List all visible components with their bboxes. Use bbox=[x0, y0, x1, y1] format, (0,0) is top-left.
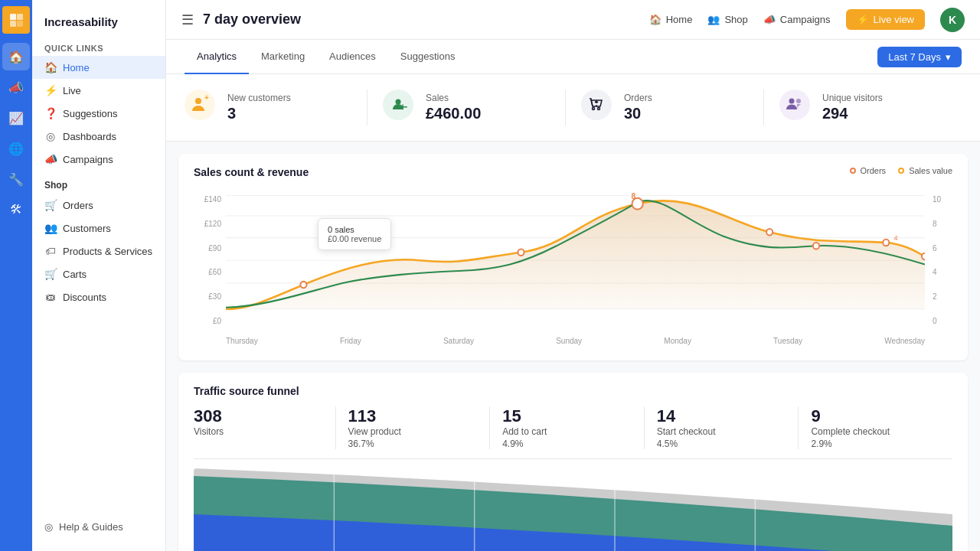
y-label-140: £140 bbox=[194, 195, 221, 204]
sales-legend-label: Sales value bbox=[909, 166, 952, 175]
y-label-60: £60 bbox=[194, 268, 221, 276]
rail-home-icon[interactable]: 🏠 bbox=[2, 43, 30, 70]
sidebar-item-live[interactable]: ⚡ Live bbox=[32, 79, 165, 102]
tab-analytics[interactable]: Analytics bbox=[185, 40, 249, 74]
orders-stat-icon bbox=[581, 90, 612, 126]
funnel-add-to-cart: 15 Add to cart 4.9% bbox=[489, 406, 644, 449]
svg-text:+: + bbox=[204, 93, 209, 102]
topbar: ☰ 7 day overview 🏠 Home 👥 Shop 📣 Campaig… bbox=[166, 0, 980, 40]
content-area: Analytics Marketing Audiences Suggestion… bbox=[166, 40, 980, 551]
sidebar-customers-label: Customers bbox=[63, 223, 111, 234]
rail-chart-icon[interactable]: 📈 bbox=[2, 104, 30, 132]
sidebar-item-discounts[interactable]: 🎟 Discounts bbox=[32, 285, 165, 308]
dashboards-icon: ◎ bbox=[44, 130, 57, 142]
help-label: Help & Guides bbox=[59, 521, 123, 533]
rail-megaphone-icon[interactable]: 📣 bbox=[2, 73, 30, 101]
sidebar: Increasability Quick links 🏠 Home ⚡ Live… bbox=[32, 0, 166, 551]
topbar-home-link[interactable]: 🏠 Home bbox=[649, 14, 693, 25]
sidebar-item-home[interactable]: 🏠 Home bbox=[32, 56, 165, 79]
sidebar-orders-label: Orders bbox=[63, 200, 93, 211]
stat-visitors-text: Unique visitors 294 bbox=[822, 93, 883, 122]
rail-tools-icon[interactable]: 🔧 bbox=[2, 165, 30, 193]
svg-text:8: 8 bbox=[632, 192, 636, 201]
funnel-title: Traffic source funnel bbox=[194, 385, 952, 397]
new-customers-icon: + bbox=[185, 90, 215, 126]
tabs-bar: Analytics Marketing Audiences Suggestion… bbox=[166, 40, 980, 74]
svg-point-16 bbox=[796, 99, 801, 103]
tab-audiences[interactable]: Audiences bbox=[317, 40, 388, 74]
topbar-shop-label: Shop bbox=[724, 14, 747, 25]
sidebar-home-label: Home bbox=[63, 62, 90, 73]
customers-icon: 👥 bbox=[44, 222, 57, 234]
funnel-view-product: 113 View product 36.7% bbox=[335, 406, 490, 449]
sidebar-products-label: Products & Services bbox=[63, 246, 152, 257]
live-view-button[interactable]: ⚡ Live view bbox=[846, 9, 925, 30]
svg-point-4 bbox=[185, 90, 215, 120]
sidebar-item-products[interactable]: 🏷 Products & Services bbox=[32, 240, 165, 262]
home-icon: 🏠 bbox=[44, 61, 57, 73]
sidebar-item-carts[interactable]: 🛒 Carts bbox=[32, 262, 165, 285]
visitors-icon bbox=[779, 90, 810, 126]
tab-marketing[interactable]: Marketing bbox=[249, 40, 317, 74]
funnel-stats: 308 Visitors 113 View product 36.7% 15 A… bbox=[194, 406, 952, 459]
chevron-down-icon: ▾ bbox=[946, 51, 951, 63]
sidebar-dashboards-label: Dashboards bbox=[63, 131, 116, 142]
sidebar-live-label: Live bbox=[63, 85, 81, 96]
y-right-6: 6 bbox=[933, 244, 952, 253]
user-avatar[interactable]: K bbox=[940, 8, 965, 32]
legend-sales: Sales value bbox=[898, 166, 952, 175]
funnel-chart bbox=[194, 468, 952, 551]
topbar-shop-link[interactable]: 👥 Shop bbox=[707, 14, 747, 25]
stat-orders: Orders 30 bbox=[565, 90, 763, 126]
svg-text:4: 4 bbox=[893, 234, 897, 242]
date-filter-button[interactable]: Last 7 Days ▾ bbox=[877, 47, 962, 67]
sidebar-suggestions-label: Suggestions bbox=[63, 108, 118, 119]
stat-new-customers-text: New customers 3 bbox=[227, 93, 291, 122]
y-right-2: 2 bbox=[933, 292, 952, 301]
y-label-120: £120 bbox=[194, 220, 221, 228]
svg-point-31 bbox=[922, 253, 925, 259]
topbar-campaigns-label: Campaigns bbox=[780, 14, 831, 25]
svg-point-5 bbox=[195, 98, 201, 104]
topbar-nav: 🏠 Home 👥 Shop 📣 Campaigns ⚡ Live view K bbox=[649, 8, 965, 32]
y-label-90: £90 bbox=[194, 244, 221, 253]
date-filter-label: Last 7 Days bbox=[888, 51, 941, 63]
svg-rect-3 bbox=[17, 21, 23, 27]
chart-svg: 8 4 2 bbox=[226, 187, 925, 325]
y-right-8: 8 bbox=[933, 220, 952, 228]
svg-point-14 bbox=[779, 90, 810, 120]
topbar-campaigns-link[interactable]: 📣 Campaigns bbox=[763, 14, 831, 25]
x-monday: Monday bbox=[664, 337, 691, 345]
orders-icon: 🛒 bbox=[44, 199, 57, 211]
stat-new-customers: + New customers 3 bbox=[185, 90, 367, 126]
tab-suggestions[interactable]: Suggestions bbox=[388, 40, 468, 74]
y-right-0: 0 bbox=[933, 317, 952, 325]
quick-links-header: Quick links bbox=[32, 37, 165, 56]
svg-point-15 bbox=[789, 99, 795, 104]
stat-orders-text: Orders 30 bbox=[624, 93, 652, 122]
sidebar-item-customers[interactable]: 👥 Customers bbox=[32, 217, 165, 240]
svg-rect-2 bbox=[10, 21, 16, 27]
rail-wrench-icon[interactable]: 🛠 bbox=[2, 196, 30, 223]
app-logo-icon[interactable] bbox=[2, 6, 30, 34]
legend-orders: Orders bbox=[850, 166, 887, 175]
menu-icon[interactable]: ☰ bbox=[181, 11, 194, 28]
sidebar-item-dashboards[interactable]: ◎ Dashboards bbox=[32, 125, 165, 148]
svg-point-29 bbox=[883, 240, 889, 246]
live-view-label: Live view bbox=[874, 14, 914, 25]
y-label-30: £30 bbox=[194, 292, 221, 301]
help-guides-item[interactable]: ◎ Help & Guides bbox=[44, 521, 153, 533]
sidebar-carts-label: Carts bbox=[63, 269, 87, 280]
sidebar-bottom: ◎ Help & Guides bbox=[32, 512, 165, 542]
topbar-shop-icon: 👥 bbox=[707, 14, 720, 25]
sidebar-item-campaigns[interactable]: 📣 Campaigns bbox=[32, 148, 165, 171]
sidebar-item-suggestions[interactable]: ❓ Suggestions bbox=[32, 102, 165, 125]
live-view-icon: ⚡ bbox=[857, 14, 869, 25]
svg-point-28 bbox=[813, 243, 819, 249]
funnel-start-checkout: 14 Start checkout 4.5% bbox=[644, 406, 799, 449]
rail-globe-icon[interactable]: 🌐 bbox=[2, 135, 30, 162]
carts-icon: 🛒 bbox=[44, 268, 57, 280]
sidebar-item-orders[interactable]: 🛒 Orders bbox=[32, 194, 165, 217]
sales-chart-section: Sales count & revenue Orders Sales value… bbox=[178, 154, 968, 360]
main-content: ☰ 7 day overview 🏠 Home 👥 Shop 📣 Campaig… bbox=[166, 0, 980, 551]
